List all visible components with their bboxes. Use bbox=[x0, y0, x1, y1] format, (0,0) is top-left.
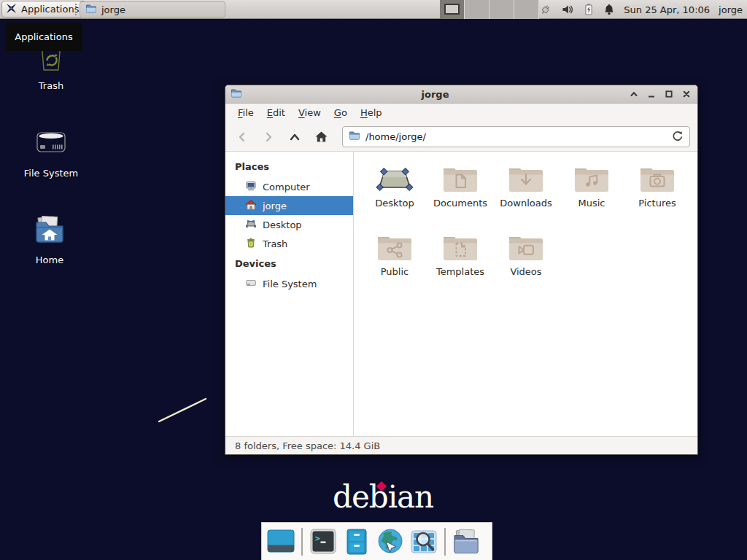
folder-label: Music bbox=[578, 198, 605, 209]
menu-help[interactable]: Help bbox=[354, 104, 389, 122]
desktop-icon-label: File System bbox=[24, 168, 78, 179]
terminal-icon[interactable]: > bbox=[309, 527, 338, 556]
svg-text:>: > bbox=[315, 534, 320, 543]
videos-folder-icon bbox=[507, 231, 545, 262]
menu-go[interactable]: Go bbox=[328, 104, 354, 122]
applications-menu-label: Applications bbox=[21, 4, 79, 15]
folder-item-public[interactable]: Public bbox=[362, 228, 427, 296]
dock-panel: > bbox=[261, 522, 492, 560]
battery-icon[interactable] bbox=[583, 3, 595, 16]
workspace-switcher bbox=[440, 0, 539, 19]
drive-icon bbox=[245, 277, 257, 291]
minimize-button[interactable] bbox=[646, 88, 657, 100]
taskbar-window-button[interactable]: jorge bbox=[80, 1, 225, 18]
computer-icon bbox=[245, 180, 257, 194]
folder-item-pictures[interactable]: Pictures bbox=[624, 159, 690, 228]
status-text: 8 folders, Free space: 14.4 GiB bbox=[235, 440, 380, 451]
maximize-button[interactable] bbox=[663, 88, 675, 100]
sidebar-item-trash[interactable]: Trash bbox=[225, 234, 353, 253]
folder-label: Public bbox=[381, 266, 409, 277]
dock-separator bbox=[444, 528, 446, 556]
desktop-icon-file-system[interactable]: File System bbox=[16, 126, 86, 179]
forward-button[interactable] bbox=[259, 128, 278, 147]
status-bar: 8 folders, Free space: 14.4 GiB bbox=[225, 436, 697, 454]
public-folder-icon bbox=[376, 231, 414, 262]
sidebar-item-computer[interactable]: Computer bbox=[225, 177, 353, 196]
path-text[interactable]: /home/jorge/ bbox=[365, 131, 666, 142]
folder-item-music[interactable]: Music bbox=[559, 159, 624, 228]
folder-label: Pictures bbox=[638, 198, 676, 209]
username-label: jorge bbox=[719, 4, 743, 15]
menu-file[interactable]: File bbox=[231, 104, 260, 122]
web-browser-globe-icon[interactable] bbox=[376, 527, 405, 556]
system-tray: Sun 25 Apr, 10:06 jorge bbox=[539, 0, 743, 19]
menu-edit[interactable]: Edit bbox=[260, 104, 292, 122]
shade-button[interactable] bbox=[628, 88, 640, 100]
window-titlebar[interactable]: jorge bbox=[225, 85, 697, 104]
path-folder-icon bbox=[349, 130, 360, 144]
workspace-2[interactable] bbox=[465, 0, 489, 19]
folder-item-videos[interactable]: Videos bbox=[493, 228, 559, 296]
sidebar-item-jorge[interactable]: jorge bbox=[225, 196, 353, 215]
toolbar: /home/jorge/ bbox=[225, 122, 697, 152]
desktop-icon-label: Home bbox=[36, 254, 63, 265]
window-controls bbox=[628, 88, 692, 100]
sidebar-item-label: Computer bbox=[263, 182, 310, 192]
menu-view[interactable]: View bbox=[292, 104, 328, 122]
folder-label: Downloads bbox=[500, 198, 551, 209]
sidebar-header-devices: Devices bbox=[225, 253, 353, 274]
volume-icon[interactable] bbox=[561, 3, 574, 16]
trash-icon bbox=[245, 237, 257, 251]
folder-item-templates[interactable]: Templates bbox=[427, 228, 493, 296]
top-panel: Applications jorge Sun 25 Apr, 10:06 jor… bbox=[0, 0, 747, 19]
folder-label: Videos bbox=[510, 266, 541, 277]
home-icon bbox=[245, 199, 257, 213]
folder-launcher-icon[interactable] bbox=[452, 527, 481, 556]
address-bar[interactable]: /home/jorge/ bbox=[342, 126, 690, 147]
clock[interactable]: Sun 25 Apr, 10:06 bbox=[624, 4, 710, 15]
file-manager-cabinet-icon[interactable] bbox=[342, 527, 371, 556]
stray-line-artifact bbox=[155, 394, 210, 426]
folder-item-documents[interactable]: Documents bbox=[427, 159, 493, 228]
folder-icon bbox=[85, 3, 97, 17]
back-button[interactable] bbox=[233, 128, 252, 147]
reload-button[interactable] bbox=[671, 130, 684, 144]
home-button[interactable] bbox=[311, 128, 330, 147]
desktop-icon-home[interactable]: Home bbox=[15, 213, 85, 265]
desktop-trapezoid-icon bbox=[376, 163, 414, 193]
folder-label: Documents bbox=[433, 198, 487, 209]
show-desktop-icon[interactable] bbox=[266, 527, 295, 556]
taskbar-window-label: jorge bbox=[101, 4, 125, 15]
xfce-logo-icon bbox=[5, 2, 18, 17]
window-folder-icon[interactable] bbox=[231, 88, 242, 101]
panel-handle[interactable] bbox=[75, 4, 78, 15]
desktop-icon bbox=[245, 218, 257, 232]
folder-label: Templates bbox=[436, 266, 484, 277]
sidebar-item-label: jorge bbox=[263, 201, 287, 211]
workspace-1[interactable] bbox=[440, 0, 465, 19]
desktop-icon-label: Trash bbox=[39, 80, 63, 91]
folder-view: Desktop Documents Downloads bbox=[354, 152, 697, 436]
applications-menu-button[interactable]: Applications bbox=[1, 1, 86, 18]
workspace-window-thumbnail bbox=[444, 4, 460, 15]
folder-item-desktop[interactable]: Desktop bbox=[362, 159, 427, 228]
dock-separator bbox=[301, 528, 303, 556]
folder-item-downloads[interactable]: Downloads bbox=[493, 159, 559, 228]
application-finder-icon[interactable] bbox=[409, 527, 438, 556]
notifications-bell-icon[interactable] bbox=[603, 3, 615, 16]
workspace-3[interactable] bbox=[489, 0, 514, 19]
window-body: Places Computer jorge Desktop bbox=[225, 152, 697, 436]
debian-logo: debian bbox=[333, 480, 433, 515]
workspace-4[interactable] bbox=[514, 0, 539, 19]
documents-folder-icon bbox=[441, 163, 479, 193]
network-icon[interactable] bbox=[539, 3, 552, 16]
sidebar-item-file-system[interactable]: File System bbox=[225, 274, 353, 293]
up-button[interactable] bbox=[285, 128, 304, 147]
downloads-folder-icon bbox=[507, 163, 545, 193]
close-button[interactable] bbox=[681, 88, 692, 100]
sidebar-item-desktop[interactable]: Desktop bbox=[225, 215, 353, 234]
sidebar-header-places: Places bbox=[225, 156, 353, 177]
home-folder-icon bbox=[32, 213, 67, 250]
sidebar-item-label: File System bbox=[263, 279, 317, 289]
window-title: jorge bbox=[242, 89, 628, 100]
